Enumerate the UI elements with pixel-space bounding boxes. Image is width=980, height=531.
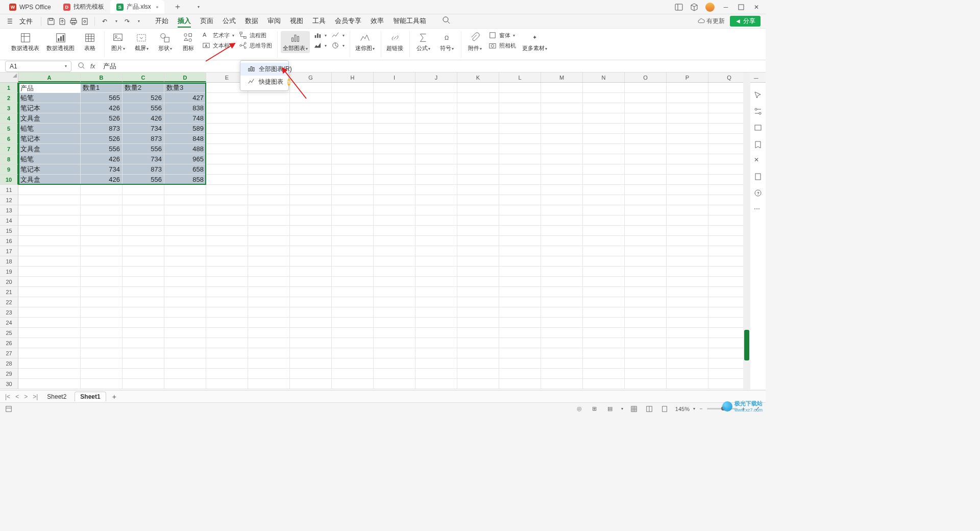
cell[interactable]	[248, 226, 290, 236]
cell[interactable]	[583, 348, 625, 358]
cell[interactable]: 734	[122, 154, 164, 164]
cell[interactable]	[248, 287, 290, 297]
cell[interactable]	[415, 134, 457, 144]
cell[interactable]	[374, 287, 415, 297]
cell[interactable]	[332, 307, 374, 318]
cell[interactable]	[415, 348, 457, 358]
row-header[interactable]: 5	[0, 124, 18, 134]
cell[interactable]	[667, 185, 708, 195]
cell[interactable]	[667, 164, 708, 175]
cell[interactable]	[81, 215, 122, 226]
cell[interactable]	[18, 358, 81, 369]
table-button[interactable]: 表格	[80, 31, 100, 53]
cell[interactable]	[206, 318, 248, 328]
cell[interactable]	[290, 93, 332, 103]
cell[interactable]	[415, 369, 457, 379]
cell[interactable]	[248, 236, 290, 246]
row-header[interactable]: 9	[0, 164, 18, 175]
cell[interactable]	[290, 185, 332, 195]
sheet-tab-1[interactable]: Sheet1	[75, 392, 106, 401]
cell[interactable]	[18, 195, 81, 205]
redo-dropdown[interactable]: ▾	[134, 17, 143, 26]
pagebreak-view-icon[interactable]	[660, 404, 669, 414]
cell[interactable]	[332, 328, 374, 338]
cell[interactable]	[122, 307, 164, 318]
cell[interactable]	[667, 154, 708, 164]
cell[interactable]: 873	[122, 134, 164, 144]
cell[interactable]	[248, 154, 290, 164]
cell[interactable]	[248, 215, 290, 226]
cell[interactable]	[164, 215, 206, 226]
cell[interactable]	[81, 287, 122, 297]
cell[interactable]	[248, 297, 290, 307]
cell[interactable]: 658	[164, 164, 206, 175]
row-header[interactable]: 14	[0, 215, 18, 226]
cell[interactable]	[541, 287, 583, 297]
bookmark-icon[interactable]	[754, 173, 763, 182]
cell[interactable]	[625, 124, 667, 134]
cell[interactable]	[18, 297, 81, 307]
cell[interactable]	[206, 185, 248, 195]
cell[interactable]	[415, 297, 457, 307]
new-tab-button[interactable]: ＋	[164, 0, 191, 14]
cell[interactable]	[457, 226, 499, 236]
cell[interactable]	[332, 369, 374, 379]
panel-icon[interactable]	[675, 3, 683, 11]
cell[interactable]	[81, 307, 122, 318]
cell[interactable]	[667, 205, 708, 215]
cell[interactable]	[583, 236, 625, 246]
name-box[interactable]: A1 ▾	[5, 61, 71, 72]
cell[interactable]	[625, 83, 667, 93]
cell[interactable]	[290, 164, 332, 175]
cell[interactable]	[290, 236, 332, 246]
cell[interactable]	[122, 348, 164, 358]
cell[interactable]	[583, 134, 625, 144]
cell[interactable]: 数量1	[81, 83, 122, 93]
row-header[interactable]: 13	[0, 205, 18, 215]
cell[interactable]	[415, 236, 457, 246]
cell[interactable]	[374, 267, 415, 277]
cell[interactable]	[122, 318, 164, 328]
cell[interactable]	[81, 348, 122, 358]
cell[interactable]	[332, 379, 374, 389]
cell[interactable]	[541, 236, 583, 246]
cell[interactable]	[541, 113, 583, 124]
cell[interactable]	[248, 277, 290, 287]
cell[interactable]	[667, 297, 708, 307]
cell[interactable]	[541, 379, 583, 389]
cell[interactable]	[332, 215, 374, 226]
cell[interactable]	[290, 287, 332, 297]
row-header[interactable]: 18	[0, 256, 18, 267]
wordart-button[interactable]: A艺术字▾	[202, 31, 235, 40]
cell[interactable]	[290, 277, 332, 287]
cell[interactable]	[583, 113, 625, 124]
cell[interactable]	[415, 307, 457, 318]
cell[interactable]	[164, 246, 206, 256]
col-header[interactable]: B	[81, 73, 122, 82]
cell[interactable]	[248, 307, 290, 318]
cell[interactable]	[164, 348, 206, 358]
tab-wps-home[interactable]: W WPS Office	[3, 0, 57, 14]
cell[interactable]	[583, 277, 625, 287]
cell[interactable]	[81, 267, 122, 277]
cell[interactable]	[374, 205, 415, 215]
cell[interactable]	[499, 205, 541, 215]
cell[interactable]	[415, 338, 457, 348]
menu-page[interactable]: 页面	[200, 15, 213, 28]
row-header[interactable]: 6	[0, 134, 18, 144]
cell[interactable]: 488	[164, 144, 206, 154]
cell[interactable]	[541, 175, 583, 185]
cell[interactable]	[667, 113, 708, 124]
cell[interactable]	[332, 154, 374, 164]
cell[interactable]	[415, 164, 457, 175]
menu-vip[interactable]: 会员专享	[335, 15, 361, 28]
zoom-namebox-icon[interactable]	[78, 62, 85, 71]
formula-button[interactable]: 公式▾	[413, 31, 433, 53]
cell[interactable]	[667, 267, 708, 277]
cell[interactable]	[625, 226, 667, 236]
cell[interactable]	[541, 318, 583, 328]
cell[interactable]	[625, 307, 667, 318]
cell[interactable]	[290, 256, 332, 267]
cell[interactable]	[18, 307, 81, 318]
cell[interactable]	[122, 277, 164, 287]
